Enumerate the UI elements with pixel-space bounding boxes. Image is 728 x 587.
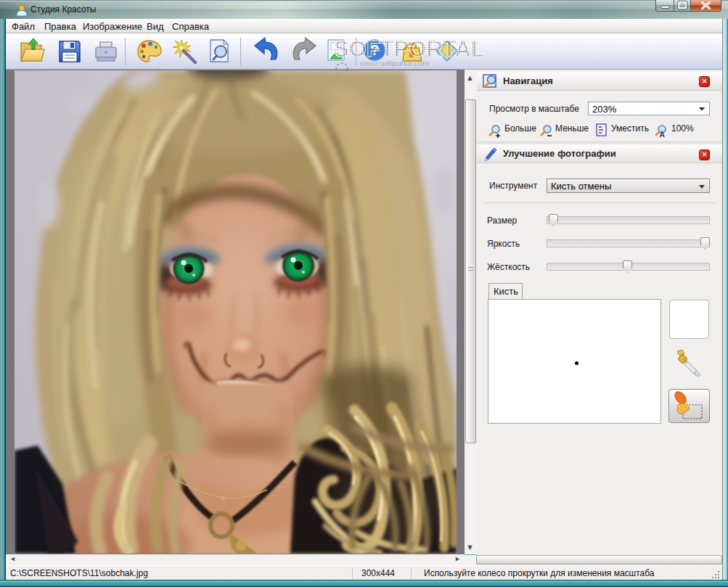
svg-text:SOFTPORTAL: SOFTPORTAL — [334, 36, 485, 62]
svg-text:A: A — [659, 131, 664, 139]
svg-text:www.softportal.com: www.softportal.com — [359, 59, 429, 67]
